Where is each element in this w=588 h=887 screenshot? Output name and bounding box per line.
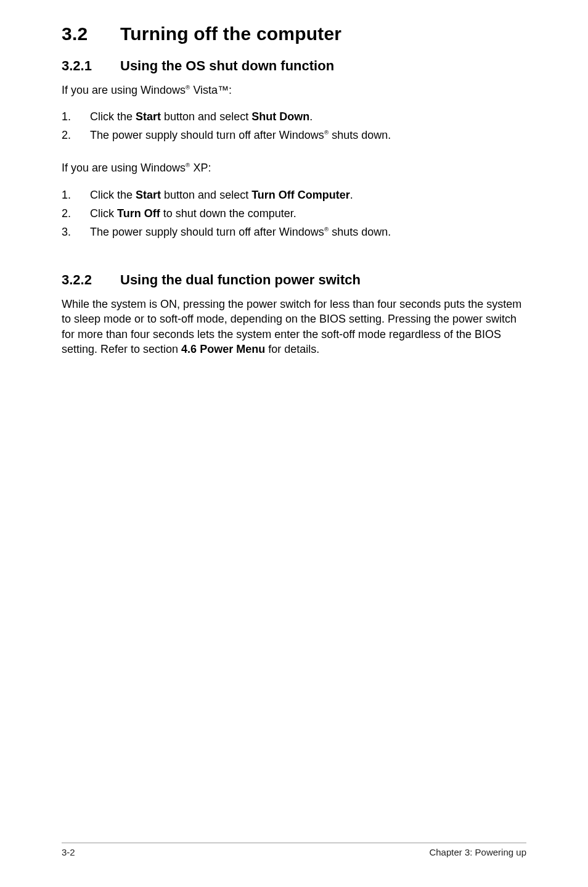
list-content: Click the Start button and select Shut D… bbox=[90, 109, 526, 125]
text: If you are using Windows bbox=[62, 162, 186, 174]
text: The power supply should turn off after W… bbox=[90, 226, 324, 238]
list-content: The power supply should turn off after W… bbox=[90, 127, 526, 143]
text-bold: 4.6 Power Menu bbox=[181, 343, 265, 355]
list-marker: 2. bbox=[62, 127, 90, 143]
vista-steps-list: 1. Click the Start button and select Shu… bbox=[62, 109, 526, 143]
list-marker: 1. bbox=[62, 109, 90, 125]
subsection-number: 3.2.2 bbox=[62, 272, 120, 288]
text-bold: Shut Down bbox=[251, 110, 309, 123]
page-number: 3-2 bbox=[62, 847, 75, 857]
text: XP: bbox=[190, 162, 211, 174]
list-item: 1. Click the Start button and select Tur… bbox=[62, 187, 526, 203]
list-item: 3. The power supply should turn off afte… bbox=[62, 224, 526, 240]
list-marker: 1. bbox=[62, 187, 90, 203]
text-bold: Start bbox=[136, 110, 161, 123]
list-item: 1. Click the Start button and select Shu… bbox=[62, 109, 526, 125]
chapter-label: Chapter 3: Powering up bbox=[429, 847, 526, 857]
subsection-heading-text: Using the OS shut down function bbox=[120, 58, 334, 73]
section-heading-text: Turning off the computer bbox=[120, 23, 341, 44]
section-number: 3.2 bbox=[62, 23, 120, 44]
subsection-322-title: 3.2.2Using the dual function power switc… bbox=[62, 272, 526, 288]
text: for details. bbox=[265, 343, 319, 355]
list-content: Click the Start button and select Turn O… bbox=[90, 187, 526, 203]
section-title: 3.2Turning off the computer bbox=[62, 23, 526, 44]
text: Click the bbox=[90, 189, 136, 201]
text: . bbox=[350, 189, 353, 201]
subsection-322-body: While the system is ON, pressing the pow… bbox=[62, 297, 526, 357]
list-marker: 2. bbox=[62, 205, 90, 221]
text: button and select bbox=[161, 189, 251, 201]
xp-steps-list: 1. Click the Start button and select Tur… bbox=[62, 187, 526, 240]
text: Click the bbox=[90, 110, 136, 123]
text: to shut down the computer. bbox=[160, 207, 296, 220]
list-marker: 3. bbox=[62, 224, 90, 240]
list-content: Click Turn Off to shut down the computer… bbox=[90, 205, 526, 221]
list-content: The power supply should turn off after W… bbox=[90, 224, 526, 240]
text: Vista™: bbox=[190, 84, 232, 96]
text: If you are using Windows bbox=[62, 84, 186, 96]
page-footer: 3-2 Chapter 3: Powering up bbox=[62, 843, 526, 857]
subsection-321-title: 3.2.1Using the OS shut down function bbox=[62, 58, 526, 74]
text: shuts down. bbox=[329, 226, 391, 238]
text: button and select bbox=[161, 110, 251, 123]
text-bold: Turn Off Computer bbox=[251, 189, 350, 201]
list-item: 2. The power supply should turn off afte… bbox=[62, 127, 526, 143]
subsection-heading-text: Using the dual function power switch bbox=[120, 272, 361, 287]
list-item: 2. Click Turn Off to shut down the compu… bbox=[62, 205, 526, 221]
intro-vista: If you are using Windows® Vista™: bbox=[62, 83, 526, 97]
text: . bbox=[309, 110, 312, 123]
text-bold: Turn Off bbox=[117, 207, 160, 220]
subsection-number: 3.2.1 bbox=[62, 58, 120, 74]
text: Click bbox=[90, 207, 117, 220]
text: The power supply should turn off after W… bbox=[90, 129, 324, 141]
intro-xp: If you are using Windows® XP: bbox=[62, 160, 526, 175]
text: shuts down. bbox=[329, 129, 391, 141]
text-bold: Start bbox=[136, 189, 161, 201]
